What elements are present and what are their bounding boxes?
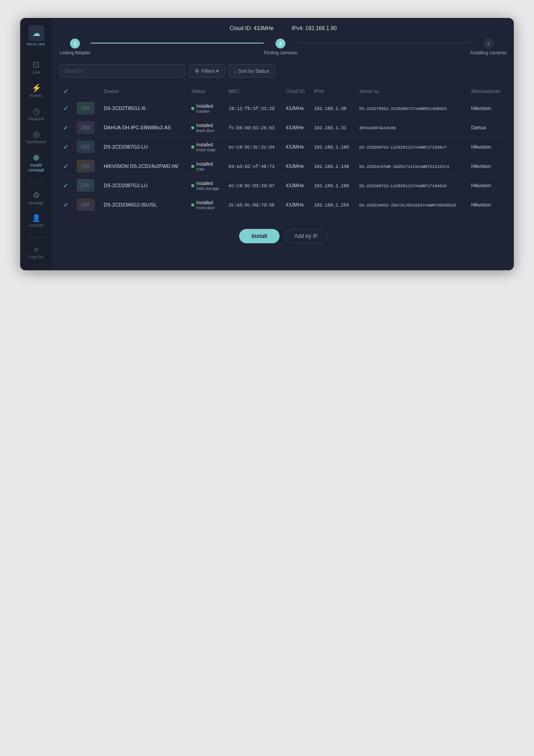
thumb-inner: [77, 179, 95, 192]
ipv4-address: 192.168.1.254: [314, 203, 349, 208]
ipv4-address: 192.168.1.196: [314, 184, 349, 189]
cloud-id-cell: 43JMHe: [286, 144, 304, 149]
row-serial: 8F0AA05P4G43v09: [356, 118, 468, 137]
step-line-2: [297, 43, 470, 44]
row-check-icon: ✓: [63, 201, 69, 208]
row-serial: DS-2CD2087G2-LU20201127AAWRF171038v7: [356, 137, 468, 157]
row-check-icon: ✓: [63, 182, 69, 189]
sidebar-item-playback[interactable]: ◷ Playback: [23, 104, 49, 125]
cloud-id-info: Cloud ID: 43JMHe: [230, 25, 274, 31]
table-row: ✓ DS-2CD2346G2-ISU/SL I: [60, 195, 507, 215]
camera-thumbnail: [77, 141, 95, 153]
filters-label: Filters ▾: [201, 68, 219, 74]
col-check: ✓: [60, 84, 73, 99]
row-check[interactable]: ✓: [60, 118, 73, 137]
status-location: Side Garage: [196, 186, 219, 191]
progress-steps: 1 Linking Adapter 2 Finding cameras 3 In…: [60, 39, 507, 55]
add-by-ip-button[interactable]: Add by IP: [285, 229, 327, 243]
sidebar-logo[interactable]: ☁ REOLINK: [26, 25, 45, 46]
sidebar-item-manage[interactable]: ⚙ Manage: [23, 188, 49, 209]
manufacturer-name: Dahua: [471, 125, 486, 130]
col-ipv4: IPv4: [311, 84, 356, 99]
svg-point-23: [83, 204, 85, 206]
svg-marker-13: [87, 164, 90, 168]
row-thumb: [73, 157, 100, 176]
row-manufacturer: Hikvision: [468, 176, 507, 195]
status-dot: [191, 126, 194, 129]
status-location: Cats: [196, 167, 213, 171]
sidebar-item-account[interactable]: 👤 Account: [23, 211, 49, 232]
sidebar-item-label-live: Live: [32, 70, 40, 75]
status-installed: Installed: [196, 200, 215, 206]
row-ipv4: 192.168.1.196: [311, 176, 356, 195]
row-device: DAHUA DH-IPC-EBW88v2-AS: [100, 118, 188, 137]
status-badge: Installed Front Gate: [191, 142, 215, 152]
table-header-row: ✓ Device Status MAC Cloud ID IPv4 Serial…: [60, 84, 507, 99]
logout-icon: ⎋: [34, 246, 39, 253]
sidebar-item-events[interactable]: ⚡ Events: [23, 80, 49, 102]
row-check-icon: ✓: [63, 143, 69, 150]
step-1: 1 Linking Adapter: [60, 39, 91, 55]
row-check[interactable]: ✓: [60, 99, 73, 118]
install-icon: ⊕: [33, 154, 39, 162]
manufacturer-name: Hikvision: [471, 144, 491, 149]
row-cloud-id: 43JMHe: [282, 137, 311, 157]
ipv4-value: 192.168.1.90: [305, 25, 337, 31]
cloud-id-cell: 43JMHe: [286, 105, 304, 111]
ipv4-address: 192.168.1.148: [314, 164, 349, 169]
sidebar-item-dashboard[interactable]: ◎ Dashboard: [23, 127, 49, 148]
row-device: DS-2CD2346G2-ISU/SL: [100, 195, 188, 215]
sidebar-item-install[interactable]: ⊕ Install/ Uninstall: [23, 150, 49, 176]
status-installed: Installed: [196, 180, 219, 186]
sidebar-item-logout[interactable]: ⎋ Log Out: [23, 242, 49, 263]
status-location: Back door: [196, 128, 214, 133]
ipv4-address: 192.168.1.30: [314, 106, 346, 111]
serial-number: DS-2CD2T85G1-I520200727AAWRE61459663: [359, 107, 446, 111]
sidebar-divider-2: [27, 237, 45, 237]
col-serial: Serial no.: [356, 84, 468, 99]
thumb-inner: [77, 121, 95, 134]
row-check[interactable]: ✓: [60, 195, 73, 215]
status-location: Front Gate: [196, 148, 215, 152]
ipv4-address: 192.168.1.31: [314, 126, 346, 131]
row-status: Installed Front Gate: [188, 137, 225, 157]
row-status: Installed Back door: [188, 118, 225, 137]
camera-thumbnail: [77, 102, 95, 114]
row-status: Installed Garden: [188, 99, 225, 118]
col-thumb: [73, 84, 100, 99]
step-circle-3: 3: [484, 39, 494, 48]
status-text-container: Installed Cats: [196, 161, 213, 171]
status-text-container: Installed Garden: [196, 103, 213, 114]
install-button[interactable]: Install: [239, 229, 280, 243]
search-input[interactable]: [60, 64, 185, 78]
camera-thumbnail: [77, 179, 95, 192]
thumb-inner: [77, 141, 95, 153]
row-thumb: [73, 137, 100, 157]
row-status: Installed Front door: [188, 195, 225, 215]
sort-label: ↓ Sort by Status: [234, 68, 269, 74]
svg-marker-9: [87, 145, 90, 149]
sort-button[interactable]: ↓ Sort by Status: [228, 64, 275, 78]
cloud-id-cell: 43JMHe: [286, 183, 304, 188]
cloud-id-label: Cloud ID:: [230, 25, 252, 31]
row-check[interactable]: ✓: [60, 176, 73, 195]
svg-point-7: [83, 127, 85, 128]
row-cloud-id: 43JMHe: [282, 99, 311, 118]
table-row: ✓ DAHUA DH-IPC-EBW88v2-AS: [60, 118, 507, 137]
status-installed: Installed: [196, 161, 213, 167]
serial-number: 8F0AA05P4G43v09: [359, 126, 396, 131]
col-device: Device: [100, 84, 188, 99]
device-name-text: DS-2CD2346G2-ISU/SL: [104, 202, 157, 207]
row-serial: DS-2CD24v2FWD-IW20171115AAWRI31232374: [356, 157, 468, 176]
mac-address: ec:c8:9c:03:2d:07: [229, 184, 275, 189]
sidebar-item-live[interactable]: ⊡ Live: [23, 57, 49, 79]
step-3: 3 Installing cameras: [470, 39, 507, 55]
row-check[interactable]: ✓: [60, 137, 73, 157]
manufacturer-name: Hikvision: [471, 105, 491, 111]
filters-button[interactable]: ⚙ Filters ▾: [189, 64, 225, 78]
app-container: ☁ REOLINK ⊡ Live ⚡ Events ◷ Playback ◎ D…: [20, 18, 514, 270]
serial-number: DS-2CD24v2FWD-IW20171115AAWRI31232374: [359, 165, 449, 169]
header-check-icon[interactable]: ✓: [63, 88, 69, 95]
row-check[interactable]: ✓: [60, 157, 73, 176]
filter-icon: ⚙: [195, 68, 199, 74]
